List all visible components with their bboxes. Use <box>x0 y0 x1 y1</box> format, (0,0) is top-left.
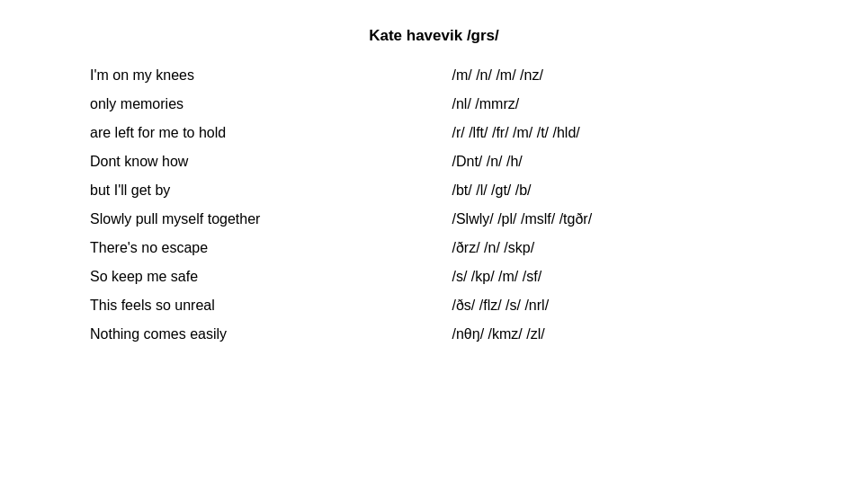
lyric-cell: This feels so unreal <box>36 291 434 320</box>
table-row: This feels so unreal/ðs/ /flz/ /s/ /nrl/ <box>36 291 832 320</box>
table-row: Nothing comes easily/nθŋ/ /kmz/ /zl/ <box>36 320 832 349</box>
title-row: Kate havevik /grs/ <box>36 27 832 45</box>
phonetic-cell: /ðrz/ /n/ /skp/ <box>434 234 833 262</box>
table-row: Slowly pull myself together/Slwly/ /pl/ … <box>36 205 832 234</box>
phonetic-cell: /Dnt/ /n/ /h/ <box>434 147 833 176</box>
lyric-cell: There's no escape <box>36 234 434 262</box>
lyric-cell: only memories <box>36 90 434 119</box>
table-row: So keep me safe/s/ /kp/ /m/ /sf/ <box>36 262 832 291</box>
table-row: There's no escape/ðrz/ /n/ /skp/ <box>36 234 832 262</box>
lyric-cell: Dont know how <box>36 147 434 176</box>
lyric-cell: but I'll get by <box>36 176 434 205</box>
lyric-cell: are left for me to hold <box>36 119 434 147</box>
lyric-cell: I'm on my knees <box>36 61 434 90</box>
phonetic-cell: /nθŋ/ /kmz/ /zl/ <box>434 320 833 349</box>
phonetic-cell: /m/ /n/ /m/ /nz/ <box>434 61 833 90</box>
phonetic-cell: /bt/ /l/ /gt/ /b/ <box>434 176 833 205</box>
phonetic-cell: /Slwly/ /pl/ /mslf/ /tgðr/ <box>434 205 833 234</box>
table-row: but I'll get by/bt/ /l/ /gt/ /b/ <box>36 176 832 205</box>
page-title: Kate havevik /grs/ <box>369 27 499 45</box>
lyric-cell: So keep me safe <box>36 262 434 291</box>
phonetic-cell: /r/ /lft/ /fr/ /m/ /t/ /hld/ <box>434 119 833 147</box>
table-row: only memories/nl/ /mmrz/ <box>36 90 832 119</box>
lyrics-table: I'm on my knees/m/ /n/ /m/ /nz/only memo… <box>36 61 832 349</box>
table-row: Dont know how/Dnt/ /n/ /h/ <box>36 147 832 176</box>
lyric-cell: Nothing comes easily <box>36 320 434 349</box>
table-row: are left for me to hold/r/ /lft/ /fr/ /m… <box>36 119 832 147</box>
page-container: Kate havevik /grs/ I'm on my knees/m/ /n… <box>0 0 868 489</box>
phonetic-cell: /ðs/ /flz/ /s/ /nrl/ <box>434 291 833 320</box>
lyric-cell: Slowly pull myself together <box>36 205 434 234</box>
phonetic-cell: /nl/ /mmrz/ <box>434 90 833 119</box>
table-row: I'm on my knees/m/ /n/ /m/ /nz/ <box>36 61 832 90</box>
phonetic-cell: /s/ /kp/ /m/ /sf/ <box>434 262 833 291</box>
